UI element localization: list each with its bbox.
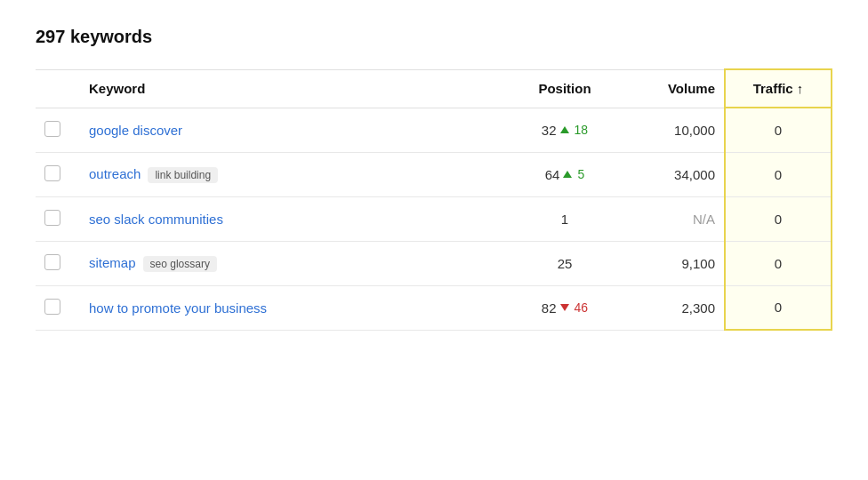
col-header-traffic: Traffic ↑	[725, 69, 832, 108]
keyword-link[interactable]: how to promote your business	[89, 300, 267, 316]
keyword-tag: link building	[148, 167, 218, 183]
keyword-cell: outreachlink building	[80, 152, 502, 196]
position-value: 25	[558, 256, 573, 271]
keyword-link[interactable]: seo slack communities	[89, 212, 223, 227]
keyword-link[interactable]: outreach	[89, 166, 141, 181]
table-row: how to promote your business82 462,3000	[36, 285, 832, 330]
col-header-volume: Volume	[627, 69, 725, 108]
traffic-cell: 0	[725, 241, 832, 285]
volume-cell: 10,000	[627, 108, 725, 152]
position-change: 5	[577, 167, 584, 181]
keyword-cell: how to promote your business	[80, 285, 502, 330]
position-value: 32 18	[542, 123, 588, 138]
row-checkbox[interactable]	[44, 299, 60, 315]
row-checkbox-cell	[36, 241, 80, 285]
row-checkbox-cell	[36, 196, 80, 241]
col-header-check	[36, 69, 80, 108]
volume-cell: 9,100	[627, 241, 725, 285]
volume-cell: 2,300	[627, 285, 725, 330]
keyword-cell: sitemapseo glossary	[80, 241, 502, 285]
row-checkbox[interactable]	[44, 254, 60, 270]
position-cell: 1	[502, 196, 627, 241]
arrow-down-icon	[560, 304, 569, 311]
row-checkbox-cell	[36, 108, 80, 152]
keyword-cell: seo slack communities	[80, 196, 502, 241]
row-checkbox-cell	[36, 285, 80, 330]
keyword-tag: seo glossary	[143, 256, 217, 272]
table-row: google discover32 1810,0000	[36, 108, 832, 152]
row-checkbox[interactable]	[44, 165, 60, 181]
keywords-table: Keyword Position Volume Traffic ↑ google…	[36, 68, 832, 331]
position-cell: 25	[502, 241, 627, 285]
col-header-position: Position	[502, 69, 627, 108]
position-value: 82 46	[542, 300, 588, 316]
keyword-cell: google discover	[80, 108, 502, 152]
table-row: outreachlink building64 534,0000	[36, 152, 832, 196]
arrow-up-icon	[563, 171, 572, 178]
volume-cell: 34,000	[627, 152, 725, 196]
keyword-link[interactable]: sitemap	[89, 255, 136, 270]
traffic-cell: 0	[725, 285, 832, 330]
table-row: sitemapseo glossary25 9,1000	[36, 241, 832, 285]
volume-cell: N/A	[627, 196, 725, 241]
traffic-cell: 0	[725, 108, 832, 152]
position-value: 1	[561, 212, 568, 227]
arrow-up-icon	[560, 126, 569, 133]
position-value: 64 5	[545, 167, 584, 182]
page-title: 297 keywords	[36, 27, 832, 47]
position-cell: 82 46	[502, 285, 627, 330]
col-header-keyword: Keyword	[80, 69, 502, 108]
row-checkbox[interactable]	[44, 121, 60, 137]
table-row: seo slack communities1 N/A0	[36, 196, 832, 241]
row-checkbox-cell	[36, 152, 80, 196]
position-cell: 32 18	[502, 108, 627, 152]
position-cell: 64 5	[502, 152, 627, 196]
traffic-cell: 0	[725, 152, 832, 196]
position-change: 46	[575, 300, 589, 315]
position-change: 18	[575, 123, 589, 137]
keyword-link[interactable]: google discover	[89, 123, 182, 138]
row-checkbox[interactable]	[44, 210, 60, 226]
traffic-cell: 0	[725, 196, 832, 241]
